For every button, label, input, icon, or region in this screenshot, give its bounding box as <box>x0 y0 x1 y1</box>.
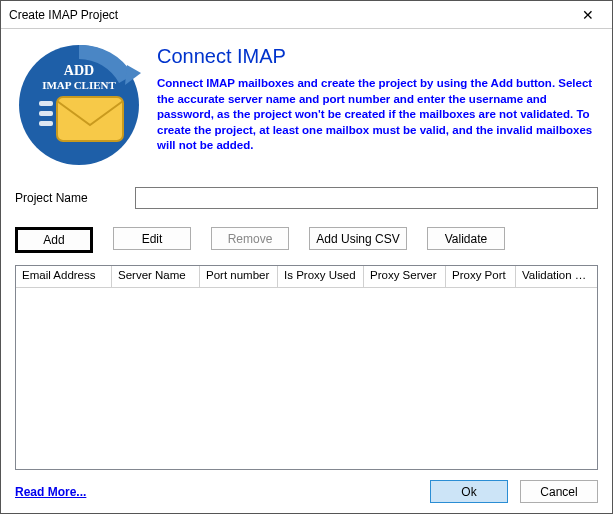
grid-header-row: Email Address Server Name Port number Is… <box>16 266 597 288</box>
svg-rect-4 <box>39 101 53 106</box>
ok-button-label: Ok <box>461 485 476 499</box>
page-description: Connect IMAP mailboxes and create the pr… <box>157 76 598 154</box>
svg-text:ADD: ADD <box>64 63 94 78</box>
action-button-row: Add Edit Remove Add Using CSV Validate <box>15 227 598 253</box>
remove-button[interactable]: Remove <box>211 227 289 250</box>
col-email-address[interactable]: Email Address <box>16 266 112 287</box>
logo: ADD IMAP CLIENT <box>15 41 143 169</box>
svg-rect-5 <box>39 111 53 116</box>
mailbox-grid[interactable]: Email Address Server Name Port number Is… <box>15 265 598 470</box>
remove-button-label: Remove <box>228 232 273 246</box>
footer-buttons: Ok Cancel <box>430 480 598 503</box>
add-using-csv-button[interactable]: Add Using CSV <box>309 227 407 250</box>
edit-button-label: Edit <box>142 232 163 246</box>
cancel-button[interactable]: Cancel <box>520 480 598 503</box>
ok-button[interactable]: Ok <box>430 480 508 503</box>
header-row: ADD IMAP CLIENT Connect IMAP Connect IMA… <box>15 41 598 169</box>
close-icon: ✕ <box>582 7 594 23</box>
window-title: Create IMAP Project <box>9 8 118 22</box>
project-name-input[interactable] <box>135 187 598 209</box>
svg-text:IMAP CLIENT: IMAP CLIENT <box>42 79 116 91</box>
add-csv-button-label: Add Using CSV <box>316 232 399 246</box>
titlebar: Create IMAP Project ✕ <box>1 1 612 29</box>
validate-button[interactable]: Validate <box>427 227 505 250</box>
col-proxy-server[interactable]: Proxy Server <box>364 266 446 287</box>
close-button[interactable]: ✕ <box>568 3 608 27</box>
project-name-row: Project Name <box>15 187 598 209</box>
col-validation-status[interactable]: Validation Stat... <box>516 266 597 287</box>
cancel-button-label: Cancel <box>540 485 577 499</box>
add-imap-client-icon: ADD IMAP CLIENT <box>15 41 143 169</box>
dialog-content: ADD IMAP CLIENT Connect IMAP Connect IMA… <box>1 29 612 513</box>
dialog-window: Create IMAP Project ✕ ADD IMAP CLIENT <box>0 0 613 514</box>
edit-button[interactable]: Edit <box>113 227 191 250</box>
col-is-proxy-used[interactable]: Is Proxy Used <box>278 266 364 287</box>
col-port-number[interactable]: Port number <box>200 266 278 287</box>
col-proxy-port[interactable]: Proxy Port <box>446 266 516 287</box>
footer: Read More... Ok Cancel <box>15 470 598 503</box>
grid-body <box>16 288 597 469</box>
svg-rect-6 <box>39 121 53 126</box>
col-server-name[interactable]: Server Name <box>112 266 200 287</box>
header-text: Connect IMAP Connect IMAP mailboxes and … <box>157 41 598 169</box>
read-more-link[interactable]: Read More... <box>15 485 86 499</box>
add-button[interactable]: Add <box>15 227 93 253</box>
page-title: Connect IMAP <box>157 45 598 68</box>
project-name-label: Project Name <box>15 191 135 205</box>
add-button-label: Add <box>43 233 64 247</box>
svg-rect-7 <box>57 97 123 141</box>
validate-button-label: Validate <box>445 232 487 246</box>
